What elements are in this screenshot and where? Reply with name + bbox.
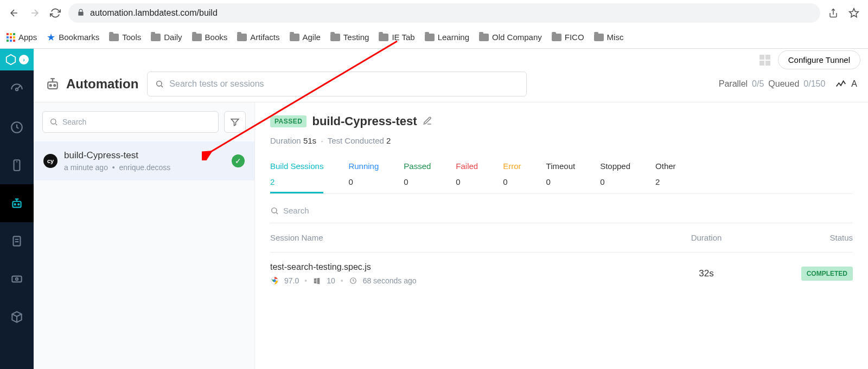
tab-passed[interactable]: Passed0 xyxy=(404,156,431,193)
col-duration: Duration xyxy=(647,233,766,242)
folder-icon xyxy=(330,34,340,41)
device-icon xyxy=(10,158,24,172)
automation-robot-icon xyxy=(44,76,61,92)
brand-logo[interactable]: › xyxy=(0,49,34,70)
share-button[interactable] xyxy=(826,5,841,21)
build-meta: a minute ago • enrique.decoss xyxy=(64,163,170,172)
tab-running[interactable]: Running0 xyxy=(348,156,379,193)
gauge-icon xyxy=(10,82,24,96)
left-nav-rail: › xyxy=(0,49,34,369)
nav-dashboard[interactable] xyxy=(0,70,34,108)
star-icon: ★ xyxy=(47,31,55,43)
build-title: build-Cypress-test xyxy=(312,114,417,128)
folder-icon xyxy=(237,34,247,41)
page-header: Automation Parallel 0/5 Queued 0/150 A xyxy=(34,72,868,102)
folder-icon xyxy=(290,34,299,41)
clock-icon xyxy=(349,276,358,285)
edit-title-button[interactable] xyxy=(423,116,432,127)
session-tabs: Build Sessions2 Running0 Passed0 Failed0… xyxy=(270,156,853,194)
filter-button[interactable] xyxy=(224,111,246,133)
search-icon xyxy=(270,206,279,215)
view-grid-icon[interactable] xyxy=(760,55,770,66)
search-tests-input[interactable] xyxy=(169,79,519,89)
svg-point-11 xyxy=(54,85,55,86)
svg-point-8 xyxy=(16,278,18,280)
nav-automation[interactable] xyxy=(0,184,34,222)
svg-point-5 xyxy=(18,204,19,205)
apps-icon xyxy=(7,33,15,42)
tab-stopped[interactable]: Stopped0 xyxy=(600,156,630,193)
session-meta: 97.0 • 10 • 68 seconds ago xyxy=(270,276,647,285)
browser-top-bar: automation.lambdatest.com/build xyxy=(0,0,868,26)
nav-visual[interactable] xyxy=(0,260,34,298)
folder-icon xyxy=(379,34,388,41)
search-tests-box[interactable] xyxy=(147,72,527,96)
arrow-left-icon xyxy=(9,8,20,18)
robot-icon xyxy=(10,196,24,210)
reload-button[interactable] xyxy=(48,5,63,21)
url-text: automation.lambdatest.com/build xyxy=(90,8,218,18)
lock-icon xyxy=(77,9,85,18)
build-detail-panel: PASSED build-Cypress-test Duration 51s ·… xyxy=(255,102,868,369)
bookmark-folder-daily[interactable]: Daily xyxy=(151,33,182,42)
page-title: Automation xyxy=(66,76,138,92)
build-meta-line: Duration 51s · Test Conducted 2 xyxy=(270,136,853,145)
lambdatest-logo-icon xyxy=(5,54,17,66)
folder-icon xyxy=(192,34,202,41)
status-check-icon: ✓ xyxy=(232,154,245,167)
bookmark-folder-fico[interactable]: FICO xyxy=(552,33,584,42)
windows-icon xyxy=(312,276,321,285)
bookmark-folder-books[interactable]: Books xyxy=(192,33,228,42)
bookmark-folder-learning[interactable]: Learning xyxy=(425,33,469,42)
cypress-badge-icon: cy xyxy=(43,154,58,168)
session-search-row[interactable]: Search xyxy=(270,202,853,223)
expand-rail-button[interactable]: › xyxy=(19,55,29,64)
col-status: Status xyxy=(766,233,853,242)
tab-timeout[interactable]: Timeout0 xyxy=(546,156,576,193)
star-icon xyxy=(848,8,859,18)
box-icon xyxy=(10,310,24,324)
bookmark-folder-oldcompany[interactable]: Old Company xyxy=(479,33,542,42)
bookmark-folder-ietab[interactable]: IE Tab xyxy=(379,33,414,42)
clock-icon xyxy=(10,120,24,134)
svg-rect-7 xyxy=(12,276,21,282)
nav-device[interactable] xyxy=(0,146,34,184)
svg-point-10 xyxy=(50,85,52,86)
bookmarks-shortcut[interactable]: ★Bookmarks xyxy=(47,31,99,43)
tab-other[interactable]: Other2 xyxy=(655,156,676,193)
apps-shortcut[interactable]: Apps xyxy=(7,33,37,42)
address-bar[interactable]: automation.lambdatest.com/build xyxy=(68,3,820,23)
search-icon xyxy=(155,80,164,88)
svg-point-4 xyxy=(15,204,16,205)
bookmark-folder-agile[interactable]: Agile xyxy=(290,33,321,42)
nav-logs[interactable] xyxy=(0,222,34,260)
session-row[interactable]: test-search-testing.spec.js 97.0 • 10 • … xyxy=(270,253,853,295)
tab-error[interactable]: Error0 xyxy=(503,156,521,193)
analytics-icon[interactable] xyxy=(835,78,847,90)
folder-icon xyxy=(425,34,435,41)
nav-realtime[interactable] xyxy=(0,108,34,146)
builds-sidebar: cy build-Cypress-test a minute ago • enr… xyxy=(34,102,255,369)
funnel-icon xyxy=(230,117,240,127)
bookmark-folder-misc[interactable]: Misc xyxy=(594,33,624,42)
builds-search-box[interactable] xyxy=(42,111,219,133)
tab-failed[interactable]: Failed0 xyxy=(456,156,478,193)
folder-icon xyxy=(552,34,561,41)
nav-integrations[interactable] xyxy=(0,298,34,336)
configure-tunnel-button[interactable]: Configure Tunnel xyxy=(778,50,860,69)
bookmark-star-button[interactable] xyxy=(846,5,861,21)
folder-icon xyxy=(479,34,489,41)
bookmarks-label: Bookmarks xyxy=(59,33,99,42)
back-button[interactable] xyxy=(7,5,22,21)
col-session-name: Session Name xyxy=(270,233,647,242)
bookmark-folder-testing[interactable]: Testing xyxy=(330,33,369,42)
bookmarks-bar: Apps ★Bookmarks Tools Daily Books Artifa… xyxy=(0,26,868,49)
build-list-item[interactable]: cy build-Cypress-test a minute ago • enr… xyxy=(34,141,254,180)
svg-marker-0 xyxy=(850,9,859,17)
session-name: test-search-testing.spec.js xyxy=(270,262,647,272)
builds-search-input[interactable] xyxy=(62,118,212,126)
forward-button[interactable] xyxy=(27,5,42,21)
tab-build-sessions[interactable]: Build Sessions2 xyxy=(270,156,323,193)
bookmark-folder-artifacts[interactable]: Artifacts xyxy=(237,33,279,42)
bookmark-folder-tools[interactable]: Tools xyxy=(109,33,141,42)
